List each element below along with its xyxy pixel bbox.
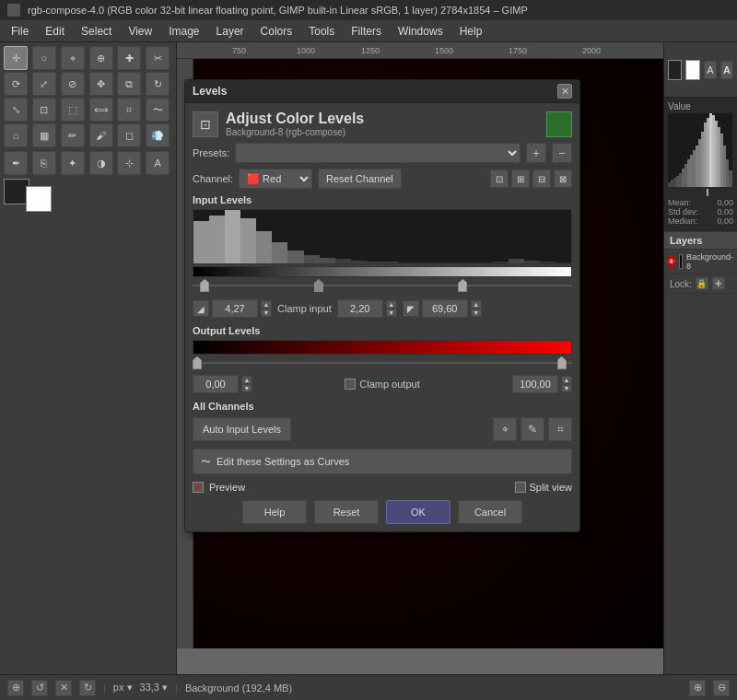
tool-shear[interactable]: ⊡ [32,98,56,122]
tool-airbrush[interactable]: 💨 [146,123,170,147]
tool-scissors[interactable]: ✂ [146,46,170,70]
tool-scale[interactable]: ⤡ [4,98,28,122]
lock-pixels-icon[interactable]: 🔒 [696,277,708,290]
tool-blend[interactable]: ▦ [32,123,56,147]
output-low-spin-down[interactable]: ▼ [241,384,252,392]
tool-eraser[interactable]: ◻ [117,123,141,147]
channel-icon-4[interactable]: ⊠ [554,169,572,188]
preview-label[interactable]: Preview [209,482,245,493]
reset-button[interactable]: Reset [314,500,379,524]
tool-ellipse[interactable]: ○ [32,46,56,70]
clamp-spin-down[interactable]: ▼ [386,309,397,317]
menu-edit[interactable]: Edit [38,23,72,40]
tool-fuzzy-select[interactable]: ⊕ [89,46,113,70]
layer-visibility-icon[interactable]: 👁 [668,255,675,268]
status-icon-2[interactable]: ↺ [31,680,48,696]
status-icon-6[interactable]: ⊖ [713,680,730,696]
status-icon-5[interactable]: ⊕ [689,680,706,696]
status-icon-3[interactable]: ✕ [55,680,72,696]
input-high-spin-up[interactable]: ▲ [471,300,482,309]
input-low-spin-down[interactable]: ▼ [261,309,272,317]
clamp-input-value[interactable] [337,299,383,318]
output-high-spin-up[interactable]: ▲ [561,376,572,384]
status-icon-4[interactable]: ↻ [79,680,96,696]
tool-heal[interactable]: ✦ [61,151,85,175]
tool-warp-transform[interactable]: 〜 [146,98,170,122]
output-slider-low[interactable] [193,356,202,369]
preset-add-button[interactable]: + [526,143,546,163]
presets-dropdown[interactable] [235,143,521,163]
tool-clone[interactable]: ⎘ [32,151,56,175]
action-icon-3[interactable]: ⌗ [548,417,572,441]
menu-layer[interactable]: Layer [209,23,252,40]
menu-help[interactable]: Help [452,23,490,40]
channel-icon-1[interactable]: ⊡ [490,169,509,188]
output-slider-high[interactable] [557,356,567,369]
channel-icon-2[interactable]: ⊞ [511,169,530,188]
font-bold-button[interactable]: A [720,61,733,79]
tool-flip[interactable]: ⟺ [89,98,113,122]
auto-input-levels-button[interactable]: Auto Input Levels [193,417,291,441]
input-low-value[interactable] [212,299,258,318]
tool-ink[interactable]: ✒ [4,151,28,175]
output-high-spin-down[interactable]: ▼ [561,384,572,392]
tool-paintbrush[interactable]: 🖌 [89,123,113,147]
input-high-spin-down[interactable]: ▼ [471,309,482,317]
output-low-value[interactable] [193,375,239,393]
input-slider-low[interactable] [200,279,209,292]
menu-windows[interactable]: Windows [391,23,450,40]
menu-file[interactable]: File [4,23,36,40]
tool-rotate[interactable]: ↻ [146,72,170,96]
tool-select-color[interactable]: ✚ [117,46,141,70]
background-color[interactable] [26,186,52,212]
tool-free-select[interactable]: ⌖ [61,46,85,70]
cancel-button[interactable]: Cancel [458,500,522,524]
tool-transform[interactable]: ⤢ [32,72,56,96]
input-slider-mid[interactable] [314,279,323,292]
tool-crop[interactable]: ⧉ [117,72,141,96]
tool-bucket-fill[interactable]: ⌂ [4,123,28,147]
menu-colors[interactable]: Colors [253,23,300,40]
preset-remove-button[interactable]: − [552,143,572,163]
tool-rectangle[interactable]: ✛ [4,46,28,70]
menu-tools[interactable]: Tools [301,23,342,40]
fg-color-box[interactable] [668,60,682,80]
action-icon-1[interactable]: ⌖ [493,417,517,441]
status-unit-dropdown[interactable]: px ▾ [113,682,133,694]
action-icon-2[interactable]: ✎ [521,417,544,441]
tool-dodge[interactable]: ◑ [89,151,113,175]
tool-pencil[interactable]: ✏ [61,123,85,147]
status-icon-1[interactable]: ⊕ [7,680,24,696]
lock-position-icon[interactable]: ✚ [712,277,725,290]
tool-align[interactable]: ⊘ [61,72,85,96]
help-button[interactable]: Help [242,500,307,524]
tool-move[interactable]: ✥ [89,72,113,96]
preview-checkbox[interactable]: ✕ [193,482,204,493]
input-low-spin-up[interactable]: ▲ [261,300,272,309]
font-button[interactable]: A [704,61,717,79]
layer-item[interactable]: 👁 Background-8 [664,250,737,274]
clamp-output-checkbox[interactable] [345,379,356,390]
tool-foreground-select[interactable]: ⟳ [4,72,28,96]
menu-filters[interactable]: Filters [344,23,389,40]
output-low-spin-up[interactable]: ▲ [241,376,252,384]
histogram-slider-thumb[interactable] [707,189,708,196]
output-high-value[interactable] [512,375,558,393]
split-view-checkbox[interactable] [515,482,526,493]
tool-text[interactable]: A [146,151,170,175]
tool-smudge[interactable]: ⊹ [117,151,141,175]
channel-select[interactable]: 🟥 Red Green Blue Value [239,169,312,189]
menu-view[interactable]: View [121,23,159,40]
edit-curves-button[interactable]: 〜 Edit these Settings as Curves [193,449,572,474]
reset-channel-button[interactable]: Reset Channel [318,169,402,189]
clamp-spin-up[interactable]: ▲ [386,300,397,309]
tool-perspective[interactable]: ⬚ [61,98,85,122]
ok-button[interactable]: OK [386,500,450,524]
menu-image[interactable]: Image [161,23,206,40]
input-slider-high[interactable] [458,279,467,292]
bg-color-box[interactable] [685,60,699,80]
menu-select[interactable]: Select [74,23,119,40]
split-view-label[interactable]: Split view [530,482,572,493]
channel-icon-3[interactable]: ⊟ [532,169,551,188]
tool-cage-transform[interactable]: ⌗ [117,98,141,122]
